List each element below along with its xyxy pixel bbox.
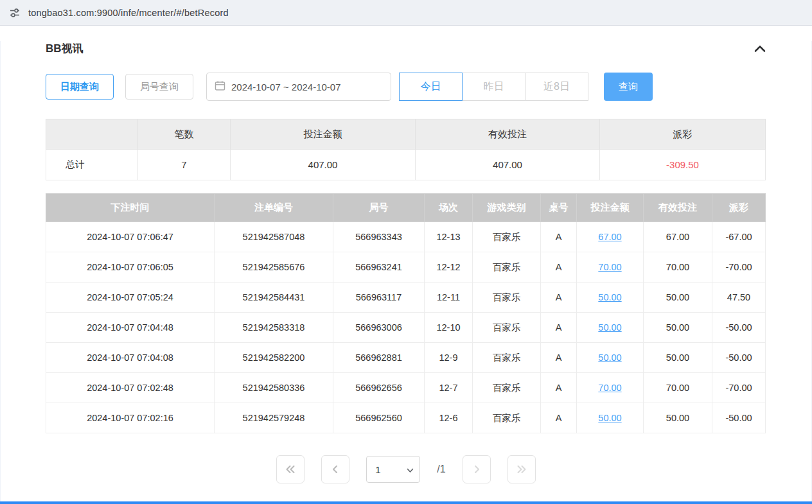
today-button[interactable]: 今日 [399, 73, 463, 101]
browser-address-bar: tongbao31.com:9900/infe/mcenter/#/betRec… [0, 0, 812, 26]
header-payout: 派彩 [712, 194, 766, 222]
date-range-value: 2024-10-07 ~ 2024-10-07 [231, 82, 341, 92]
cell-table-no: A [541, 252, 577, 282]
cell-game-type: 百家乐 [473, 252, 541, 282]
table-row: 2024-10-07 07:06:47 521942587048 5669633… [46, 222, 766, 252]
cell-bet-amount-link[interactable]: 67.00 [598, 232, 621, 242]
cell-round-no: 566963117 [333, 282, 425, 313]
cell-game-type: 百家乐 [473, 373, 541, 403]
header-valid-bet: 有效投注 [644, 194, 712, 222]
page-total: /1 [437, 464, 445, 475]
page-select[interactable]: 1 [366, 456, 420, 483]
cell-session: 12-10 [425, 313, 473, 343]
cell-round-no: 566963343 [333, 222, 425, 252]
cell-order-no: 521942584431 [215, 282, 333, 313]
cell-order-no: 521942579248 [215, 403, 333, 433]
cell-session: 12-9 [425, 343, 473, 373]
cell-valid-bet: 50.00 [644, 282, 712, 313]
yesterday-button[interactable]: 昨日 [462, 73, 525, 101]
cell-order-no: 521942580336 [215, 373, 333, 403]
calendar-icon [215, 80, 225, 93]
summary-total-payout: -309.50 [600, 150, 766, 180]
cell-game-type: 百家乐 [473, 313, 541, 343]
cell-table-no: A [541, 282, 577, 313]
summary-total-row: 总计 7 407.00 407.00 -309.50 [46, 150, 766, 180]
summary-header-empty [46, 119, 138, 150]
table-row: 2024-10-07 07:04:08 521942582200 5669628… [46, 343, 766, 373]
cell-time: 2024-10-07 07:04:48 [46, 313, 215, 343]
summary-total-bet-amount: 407.00 [231, 150, 416, 180]
header-order-no: 注单编号 [215, 194, 333, 222]
table-row: 2024-10-07 07:04:48 521942583318 5669630… [46, 313, 766, 343]
cell-payout: 47.50 [712, 282, 766, 313]
cell-table-no: A [541, 403, 577, 433]
page-select-value: 1 [375, 464, 380, 475]
cell-time: 2024-10-07 07:02:16 [46, 403, 215, 433]
cell-bet-amount-link[interactable]: 50.00 [598, 322, 621, 333]
search-button[interactable]: 查询 [604, 73, 653, 101]
table-row: 2024-10-07 07:06:05 521942585676 5669632… [46, 252, 766, 282]
cell-bet-amount-link[interactable]: 50.00 [598, 413, 621, 423]
date-query-button[interactable]: 日期查询 [46, 74, 114, 100]
cell-valid-bet: 50.00 [644, 403, 712, 433]
cell-session: 12-6 [425, 403, 473, 433]
cell-table-no: A [541, 313, 577, 343]
next-page-button[interactable] [463, 455, 491, 483]
header-session: 场次 [425, 194, 473, 222]
summary-total-count: 7 [138, 150, 231, 180]
last8days-button[interactable]: 近8日 [525, 73, 588, 101]
bet-table-header-row: 下注时间 注单编号 局号 场次 游戏类别 桌号 投注金额 有效投注 派彩 [46, 194, 766, 222]
cell-payout: -50.00 [712, 343, 766, 373]
filter-toolbar: 日期查询 局号查询 2024-10-07 ~ 2024-10-07 今日 昨日 … [46, 73, 766, 101]
site-info-icon[interactable] [9, 7, 21, 19]
cell-bet-amount-link[interactable]: 70.00 [598, 383, 621, 393]
cell-payout: -50.00 [712, 403, 766, 433]
cell-round-no: 566962881 [333, 343, 425, 373]
cell-game-type: 百家乐 [473, 222, 541, 252]
round-query-button[interactable]: 局号查询 [125, 74, 193, 100]
cell-table-no: A [541, 343, 577, 373]
bottom-accent-bar [0, 501, 812, 504]
pagination: 1 /1 [46, 455, 766, 483]
cell-time: 2024-10-07 07:05:24 [46, 282, 215, 313]
cell-order-no: 521942583318 [215, 313, 333, 343]
header-game-type: 游戏类别 [473, 194, 541, 222]
cell-bet-amount-link[interactable]: 50.00 [598, 292, 621, 302]
cell-order-no: 521942587048 [215, 222, 333, 252]
first-page-button[interactable] [276, 455, 304, 483]
table-row: 2024-10-07 07:02:16 521942579248 5669625… [46, 403, 766, 433]
header-bet-time: 下注时间 [46, 194, 215, 222]
page-title: BB视讯 [46, 41, 84, 56]
cell-session: 12-7 [425, 373, 473, 403]
summary-total-valid-bet: 407.00 [416, 150, 600, 180]
cell-payout: -67.00 [712, 222, 766, 252]
cell-time: 2024-10-07 07:04:08 [46, 343, 215, 373]
cell-payout: -70.00 [712, 373, 766, 403]
summary-header-row: 笔数 投注金额 有效投注 派彩 [46, 119, 766, 150]
summary-header-valid-bet: 有效投注 [416, 119, 600, 150]
chevron-down-icon [407, 464, 414, 475]
url-text[interactable]: tongbao31.com:9900/infe/mcenter/#/betRec… [28, 8, 229, 18]
table-row: 2024-10-07 07:02:48 521942580336 5669626… [46, 373, 766, 403]
cell-valid-bet: 70.00 [644, 373, 712, 403]
cell-bet-amount-link[interactable]: 70.00 [598, 262, 621, 272]
cell-payout: -70.00 [712, 252, 766, 282]
summary-table: 笔数 投注金额 有效投注 派彩 总计 7 407.00 407.00 -309.… [46, 119, 766, 180]
date-range-input[interactable]: 2024-10-07 ~ 2024-10-07 [206, 73, 391, 101]
cell-session: 12-13 [425, 222, 473, 252]
cell-valid-bet: 50.00 [644, 313, 712, 343]
cell-round-no: 566963006 [333, 313, 425, 343]
summary-header-payout: 派彩 [600, 119, 766, 150]
cell-bet-amount-link[interactable]: 50.00 [598, 352, 621, 363]
collapse-chevron-up-icon[interactable] [754, 44, 766, 53]
cell-time: 2024-10-07 07:02:48 [46, 373, 215, 403]
cell-valid-bet: 67.00 [644, 222, 712, 252]
table-row: 2024-10-07 07:05:24 521942584431 5669631… [46, 282, 766, 313]
last-page-button[interactable] [508, 455, 536, 483]
cell-game-type: 百家乐 [473, 343, 541, 373]
cell-order-no: 521942582200 [215, 343, 333, 373]
summary-total-label: 总计 [46, 150, 138, 180]
cell-session: 12-12 [425, 252, 473, 282]
prev-page-button[interactable] [321, 455, 349, 483]
cell-time: 2024-10-07 07:06:47 [46, 222, 215, 252]
